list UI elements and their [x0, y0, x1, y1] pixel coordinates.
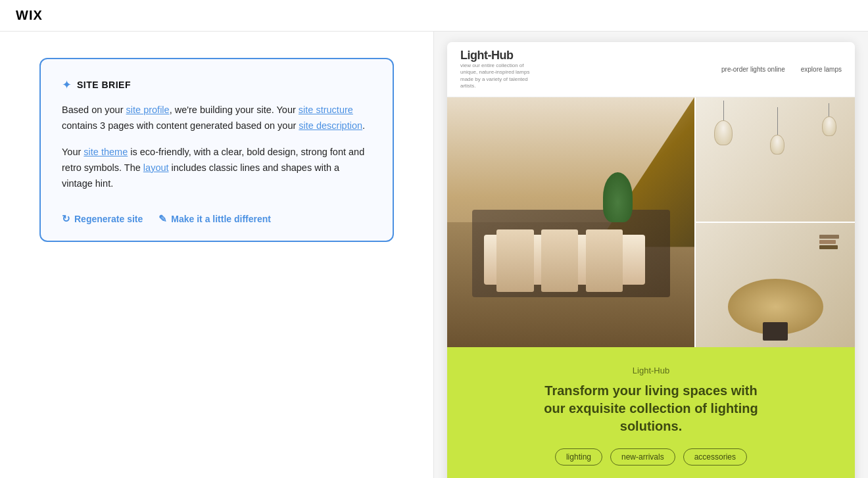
- preview-nav-description: view our entire collection of unique, na…: [460, 62, 539, 90]
- brief-actions: ↻ Regenerate site ✎ Make it a little dif…: [62, 208, 372, 225]
- chair-3: [586, 229, 623, 292]
- brief-paragraph-1: Based on your site profile, we're buildi…: [62, 103, 372, 134]
- layout-link[interactable]: layout: [143, 162, 169, 173]
- site-brief-card: ✦ SITE BRIEF Based on your site profile,…: [39, 58, 394, 242]
- preview-headline: Transform your living spaces with our ex…: [533, 382, 769, 435]
- preview-nav-logo-area: Light-Hub view our entire collection of …: [460, 49, 539, 90]
- lamp-1: [714, 101, 733, 145]
- dining-scene: [447, 97, 694, 347]
- brief-paragraph-2: Your site theme is eco-friendly, with a …: [62, 145, 372, 192]
- preview-nav-link-2: explore lamps: [801, 66, 842, 73]
- regenerate-site-button[interactable]: ↻ Regenerate site: [62, 213, 143, 225]
- preview-hero: [447, 97, 855, 347]
- brief-body: Based on your site profile, we're buildi…: [62, 103, 372, 192]
- tag-lighting: lighting: [555, 448, 602, 466]
- round-table-base: [763, 322, 788, 341]
- preview-hero-left-image: [447, 97, 694, 347]
- preview-nav-link-1: pre-order lights online: [721, 66, 785, 73]
- tag-new-arrivals: new-arrivals: [610, 448, 675, 466]
- site-preview: Light-Hub view our entire collection of …: [447, 42, 855, 478]
- left-panel: ✦ SITE BRIEF Based on your site profile,…: [0, 32, 434, 478]
- brief-header: ✦ SITE BRIEF: [62, 78, 372, 92]
- site-profile-link[interactable]: site profile: [126, 105, 170, 115]
- tag-accessories: accessories: [683, 448, 747, 466]
- main-content: ✦ SITE BRIEF Based on your site profile,…: [0, 32, 868, 478]
- books-decoration: [819, 235, 839, 249]
- brief-title: SITE BRIEF: [77, 80, 131, 90]
- preview-nav-links: pre-order lights online explore lamps: [721, 66, 842, 73]
- lamp-2: [770, 107, 784, 155]
- book-2: [819, 240, 836, 244]
- lamp-container: [696, 97, 855, 222]
- app-header: WIX: [0, 0, 868, 32]
- lamp-shade-1: [714, 120, 733, 145]
- preview-logo: Light-Hub: [460, 49, 539, 62]
- lamp-shade-2: [770, 135, 784, 155]
- preview-tags: lighting new-arrivals accessories: [460, 448, 842, 466]
- preview-nav: Light-Hub view our entire collection of …: [447, 42, 855, 97]
- lamp-3: [822, 103, 836, 136]
- lamp-cord-1: [723, 101, 724, 120]
- make-different-button[interactable]: ✎ Make it a little different: [158, 213, 271, 225]
- preview-brand-name: Light-Hub: [460, 366, 842, 375]
- wand-icon: ✎: [158, 213, 167, 225]
- book-3: [819, 245, 838, 249]
- lamp-cord-3: [829, 103, 829, 116]
- plant-decoration: [603, 172, 633, 222]
- chair-1: [496, 229, 533, 292]
- preview-pendant-lamps-image: [696, 97, 855, 223]
- lamp-shade-3: [822, 116, 836, 136]
- right-panel: Light-Hub view our entire collection of …: [434, 32, 868, 478]
- site-structure-link[interactable]: site structure: [299, 105, 353, 115]
- wix-logo: WIX: [16, 8, 43, 23]
- sparkle-icon: ✦: [62, 78, 72, 92]
- regenerate-icon: ↻: [62, 213, 70, 225]
- preview-green-section: Light-Hub Transform your living spaces w…: [447, 347, 855, 478]
- preview-round-table-image: [696, 223, 855, 347]
- site-theme-link[interactable]: site theme: [84, 147, 128, 157]
- book-1: [819, 235, 839, 239]
- chair-2: [541, 229, 578, 292]
- site-description-link[interactable]: site description: [299, 120, 362, 131]
- preview-hero-right-images: [694, 97, 855, 347]
- lamp-cord-2: [777, 107, 778, 135]
